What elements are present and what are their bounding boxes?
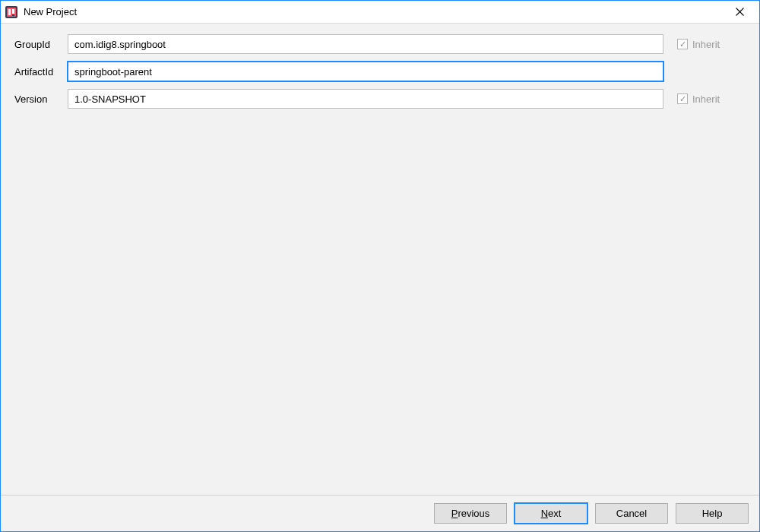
new-project-dialog: New Project GroupId ✓ Inherit ArtifactId… [0, 0, 760, 532]
next-button[interactable]: Next [515, 503, 587, 524]
previous-button[interactable]: Previous [434, 503, 507, 524]
form-area: GroupId ✓ Inherit ArtifactId Version ✓ I… [1, 24, 759, 495]
svg-rect-1 [7, 8, 16, 17]
artifactid-label: ArtifactId [14, 66, 68, 78]
version-label: Version [14, 93, 68, 105]
groupid-label: GroupId [14, 39, 68, 50]
titlebar: New Project [1, 1, 759, 24]
groupid-inherit-label: Inherit [692, 39, 720, 50]
version-inherit-checkbox[interactable]: ✓ [677, 93, 688, 104]
app-icon [5, 6, 17, 18]
version-row: Version ✓ Inherit [14, 89, 746, 109]
groupid-inherit[interactable]: ✓ Inherit [677, 39, 746, 50]
svg-rect-4 [12, 14, 14, 16]
help-button[interactable]: Help [676, 503, 749, 524]
close-button[interactable] [724, 2, 755, 23]
window-title: New Project [24, 6, 77, 17]
cancel-button[interactable]: Cancel [595, 503, 668, 524]
artifactid-row: ArtifactId [14, 62, 746, 81]
button-bar: Previous Next Cancel Help [1, 495, 759, 531]
svg-rect-2 [8, 9, 11, 15]
version-inherit-label: Inherit [692, 93, 720, 105]
svg-rect-3 [12, 9, 14, 14]
close-icon [736, 8, 744, 16]
version-input[interactable] [68, 89, 663, 109]
version-inherit[interactable]: ✓ Inherit [677, 93, 746, 105]
groupid-input[interactable] [68, 34, 663, 54]
groupid-row: GroupId ✓ Inherit [14, 34, 746, 54]
artifactid-input[interactable] [68, 62, 663, 81]
groupid-inherit-checkbox[interactable]: ✓ [677, 39, 688, 49]
